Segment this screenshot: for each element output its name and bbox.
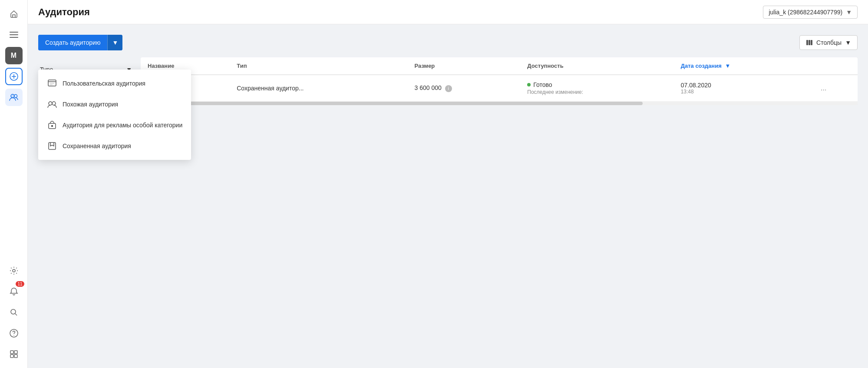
svg-rect-11 [14, 351, 17, 354]
sidebar-item-avatar[interactable]: M [5, 47, 23, 64]
svg-rect-22 [49, 143, 56, 149]
svg-rect-1 [10, 34, 18, 35]
status-dot [527, 83, 531, 86]
scrollbar-thumb [141, 102, 643, 105]
dropdown-lookalike-audience[interactable]: Похожая аудитория [38, 94, 191, 115]
top-header: Аудитория julia_k (298682244907799) ▼ [28, 0, 868, 24]
saved-label: Сохраненная аудитория [63, 143, 131, 149]
svg-point-9 [13, 335, 14, 336]
create-button-arrow[interactable]: ▼ [107, 35, 122, 50]
col-date-label: Дата создания [681, 63, 722, 69]
dropdown-special-audience[interactable]: Аудитория для рекламы особой категории [38, 115, 191, 136]
special-icon [47, 120, 57, 130]
create-button-label: Создать аудиторию [38, 35, 107, 50]
svg-rect-10 [10, 351, 13, 354]
main-area: Аудитория julia_k (298682244907799) ▼ Со… [28, 0, 868, 368]
svg-point-7 [11, 309, 16, 314]
columns-button[interactable]: Столбцы ▼ [799, 35, 858, 50]
bell-icon [10, 287, 18, 296]
status-ready: Готово [527, 81, 667, 88]
cell-date: 07.08.2020 13:48 [674, 75, 814, 102]
svg-point-18 [49, 102, 52, 105]
svg-point-6 [13, 269, 15, 272]
columns-chevron: ▼ [845, 39, 851, 46]
col-date-sort-icon: ▼ [725, 63, 730, 69]
sidebar-item-help[interactable] [5, 325, 23, 342]
custom-audience-label: Пользовательская аудитория [63, 80, 145, 87]
account-name: julia_k (298682244907799) [769, 9, 842, 16]
custom-audience-icon [47, 78, 57, 89]
dropdown-saved-audience[interactable]: Сохраненная аудитория [38, 136, 191, 156]
plus-icon [10, 72, 18, 81]
dropdown-menu: Пользовательская аудитория Похожая аудит… [38, 70, 191, 160]
sidebar-item-settings[interactable] [5, 262, 23, 279]
audience-icon [9, 93, 19, 102]
status-cell: Готово Последнее изменение: [527, 81, 667, 95]
help-icon [10, 329, 18, 338]
svg-rect-15 [809, 40, 810, 45]
svg-rect-14 [806, 40, 808, 45]
horizontal-scrollbar[interactable] [141, 102, 858, 105]
grid-icon [10, 350, 18, 358]
sidebar-item-audience[interactable] [5, 89, 23, 106]
content-area: Создать аудиторию ▼ Столбцы ▼ [28, 24, 868, 368]
create-audience-button[interactable]: Создать аудиторию ▼ [38, 35, 122, 50]
cell-more: … [814, 75, 858, 102]
lookalike-icon [47, 99, 57, 109]
row-more-icon[interactable]: … [821, 85, 827, 92]
col-size: Размер [408, 57, 521, 75]
col-availability: Доступность [520, 57, 673, 75]
account-chevron: ▼ [846, 9, 852, 16]
sidebar: M 11 [0, 0, 28, 368]
sidebar-item-grid[interactable] [5, 345, 23, 363]
dropdown-custom-audience[interactable]: Пользовательская аудитория [38, 73, 191, 94]
columns-icon [806, 39, 813, 46]
svg-rect-2 [10, 37, 18, 38]
svg-rect-0 [10, 32, 18, 33]
sidebar-item-search[interactable] [5, 304, 23, 321]
date-value: 07.08.2020 [681, 82, 807, 89]
page-title: Аудитория [38, 7, 763, 18]
lookalike-label: Похожая аудитория [63, 101, 118, 108]
svg-rect-17 [48, 80, 56, 86]
sidebar-item-notifications[interactable]: 11 [5, 283, 23, 300]
menu-icon [10, 32, 18, 38]
status-label: Готово [533, 81, 552, 88]
columns-label: Столбцы [816, 39, 842, 46]
sidebar-item-home[interactable] [5, 5, 23, 23]
search-icon [10, 308, 18, 317]
col-type: Тип [230, 57, 407, 75]
status-sub: Последнее изменение: [527, 89, 667, 95]
avatar-letter: M [11, 52, 17, 60]
saved-icon [47, 141, 57, 151]
size-info-icon[interactable]: i [445, 85, 452, 92]
svg-rect-12 [10, 355, 13, 358]
home-icon [10, 10, 18, 18]
size-value: 3 600 000 [415, 84, 442, 91]
table-wrapper: Название Тип Размер Доступность Дата соз… [141, 57, 858, 105]
cell-availability: Готово Последнее изменение: [520, 75, 673, 102]
svg-rect-16 [811, 40, 812, 45]
svg-rect-21 [51, 125, 53, 127]
toolbar: Создать аудиторию ▼ Столбцы ▼ [38, 35, 858, 50]
svg-point-19 [52, 102, 56, 105]
col-actions [814, 57, 858, 75]
svg-rect-13 [14, 355, 17, 358]
settings-icon [10, 266, 18, 275]
cell-size: 3 600 000 i [408, 75, 521, 102]
account-selector[interactable]: julia_k (298682244907799) ▼ [763, 6, 858, 19]
audience-table-card: Название Тип Размер Доступность Дата соз… [141, 57, 858, 105]
time-value: 13:48 [681, 89, 807, 95]
special-label: Аудитория для рекламы особой категории [63, 122, 182, 129]
audience-table: Название Тип Размер Доступность Дата соз… [141, 57, 858, 102]
sidebar-item-menu[interactable] [5, 26, 23, 43]
table-row: julia_k Сохраненная аудитор... 3 600 000… [141, 75, 858, 102]
col-date[interactable]: Дата создания ▼ [674, 57, 814, 75]
notifications-badge: 11 [16, 281, 24, 287]
cell-type: Сохраненная аудитор... [230, 75, 407, 102]
sidebar-item-add[interactable] [5, 68, 23, 85]
